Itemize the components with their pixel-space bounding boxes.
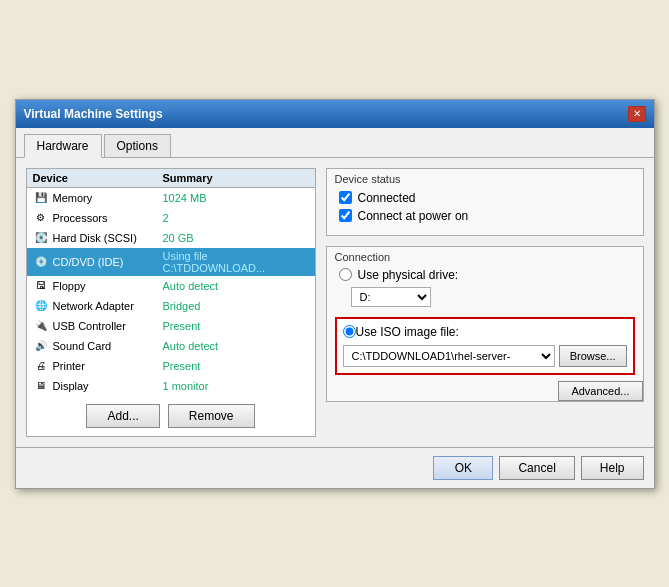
add-remove-buttons: Add... Remove <box>27 396 315 436</box>
cddvd-icon: 💿 <box>33 254 49 270</box>
device-name-processors: Processors <box>53 212 163 224</box>
usb-icon: 🔌 <box>33 318 49 334</box>
device-row-usb[interactable]: 🔌 USB Controller Present <box>27 316 315 336</box>
printer-icon: 🖨 <box>33 358 49 374</box>
device-table-header: Device Summary <box>27 169 315 188</box>
memory-icon: 💾 <box>33 190 49 206</box>
tab-hardware[interactable]: Hardware <box>24 134 102 158</box>
device-row-cddvd[interactable]: 💿 CD/DVD (IDE) Using file C:\TDDOWNLOAD.… <box>27 248 315 276</box>
cancel-button[interactable]: Cancel <box>499 456 574 480</box>
device-summary-sound: Auto detect <box>163 340 309 352</box>
main-content: Device Summary 💾 Memory 1024 MB ⚙ Proces… <box>16 158 654 447</box>
device-name-network: Network Adapter <box>53 300 163 312</box>
use-iso-label: Use ISO image file: <box>356 325 459 339</box>
device-summary-network: Bridged <box>163 300 309 312</box>
sound-icon: 🔊 <box>33 338 49 354</box>
device-row-sound[interactable]: 🔊 Sound Card Auto detect <box>27 336 315 356</box>
device-name-harddisk: Hard Disk (SCSI) <box>53 232 163 244</box>
device-status-group: Device status Connected Connect at power… <box>326 168 644 236</box>
add-button[interactable]: Add... <box>86 404 159 428</box>
physical-drive-row: Use physical drive: <box>327 265 643 285</box>
device-summary-processors: 2 <box>163 212 309 224</box>
device-summary-printer: Present <box>163 360 309 372</box>
device-summary-usb: Present <box>163 320 309 332</box>
device-row-memory[interactable]: 💾 Memory 1024 MB <box>27 188 315 208</box>
connection-label: Connection <box>327 247 643 265</box>
device-status-content: Connected Connect at power on <box>327 187 643 235</box>
floppy-icon: 🖫 <box>33 278 49 294</box>
remove-button[interactable]: Remove <box>168 404 255 428</box>
device-summary-harddisk: 20 GB <box>163 232 309 244</box>
device-name-usb: USB Controller <box>53 320 163 332</box>
col-device-header: Device <box>33 172 163 184</box>
physical-drive-select[interactable]: D: <box>351 287 431 307</box>
help-button[interactable]: Help <box>581 456 644 480</box>
connect-at-power-on-row: Connect at power on <box>339 209 631 223</box>
tab-options[interactable]: Options <box>104 134 171 157</box>
processors-icon: ⚙ <box>33 210 49 226</box>
network-icon: 🌐 <box>33 298 49 314</box>
device-name-cddvd: CD/DVD (IDE) <box>53 256 163 268</box>
connected-label: Connected <box>358 191 416 205</box>
device-summary-cddvd: Using file C:\TDDOWNLOAD... <box>163 250 309 274</box>
connection-group: Connection Use physical drive: D: Use IS… <box>326 246 644 402</box>
connect-at-power-on-checkbox[interactable] <box>339 209 352 222</box>
right-panel: Device status Connected Connect at power… <box>326 168 644 437</box>
iso-label-row: Use ISO image file: <box>343 325 627 339</box>
use-physical-drive-label: Use physical drive: <box>358 268 459 282</box>
advanced-button[interactable]: Advanced... <box>558 381 642 401</box>
device-status-label: Device status <box>327 169 643 187</box>
connect-at-power-on-label: Connect at power on <box>358 209 469 223</box>
close-button[interactable]: ✕ <box>628 106 646 122</box>
window-title: Virtual Machine Settings <box>24 107 163 121</box>
use-iso-radio[interactable] <box>343 325 356 338</box>
device-name-printer: Printer <box>53 360 163 372</box>
iso-path-select[interactable]: C:\TDDOWNLOAD1\rhel-server- <box>343 345 555 367</box>
device-list-panel: Device Summary 💾 Memory 1024 MB ⚙ Proces… <box>26 168 316 437</box>
device-row-processors[interactable]: ⚙ Processors 2 <box>27 208 315 228</box>
advanced-row: Advanced... <box>327 381 643 401</box>
device-name-floppy: Floppy <box>53 280 163 292</box>
iso-section: Use ISO image file: C:\TDDOWNLOAD1\rhel-… <box>335 317 635 375</box>
device-summary-floppy: Auto detect <box>163 280 309 292</box>
device-name-display: Display <box>53 380 163 392</box>
device-name-sound: Sound Card <box>53 340 163 352</box>
connected-checkbox[interactable] <box>339 191 352 204</box>
browse-button[interactable]: Browse... <box>559 345 627 367</box>
iso-input-row: C:\TDDOWNLOAD1\rhel-server- Browse... <box>343 345 627 367</box>
device-summary-display: 1 monitor <box>163 380 309 392</box>
device-summary-memory: 1024 MB <box>163 192 309 204</box>
tabs-bar: Hardware Options <box>16 128 654 158</box>
harddisk-icon: 💽 <box>33 230 49 246</box>
footer: OK Cancel Help <box>16 447 654 488</box>
connected-row: Connected <box>339 191 631 205</box>
ok-button[interactable]: OK <box>433 456 493 480</box>
device-row-printer[interactable]: 🖨 Printer Present <box>27 356 315 376</box>
virtual-machine-settings-window: Virtual Machine Settings ✕ Hardware Opti… <box>15 99 655 489</box>
drive-select-row: D: <box>327 285 643 313</box>
device-row-display[interactable]: 🖥 Display 1 monitor <box>27 376 315 396</box>
device-row-harddisk[interactable]: 💽 Hard Disk (SCSI) 20 GB <box>27 228 315 248</box>
use-physical-drive-radio[interactable] <box>339 268 352 281</box>
device-row-floppy[interactable]: 🖫 Floppy Auto detect <box>27 276 315 296</box>
col-summary-header: Summary <box>163 172 309 184</box>
display-icon: 🖥 <box>33 378 49 394</box>
device-name-memory: Memory <box>53 192 163 204</box>
device-row-network[interactable]: 🌐 Network Adapter Bridged <box>27 296 315 316</box>
titlebar: Virtual Machine Settings ✕ <box>16 100 654 128</box>
